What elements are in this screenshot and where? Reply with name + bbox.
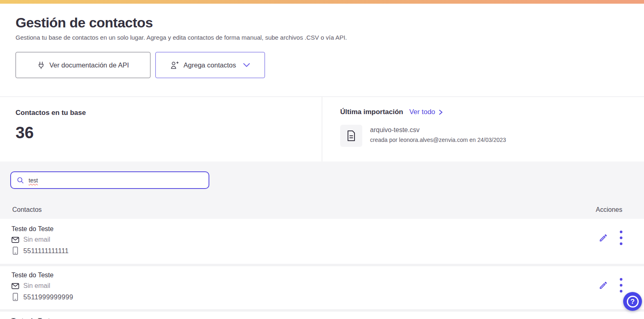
table-header-actions: Acciones <box>596 206 622 213</box>
toolbar: Ver documentación de API Agrega contacto… <box>16 52 644 78</box>
smartphone-icon <box>11 293 19 301</box>
contact-name: Teste do Teste <box>11 317 644 319</box>
add-contacts-button[interactable]: Agrega contactos <box>155 52 265 78</box>
import-file-name: arquivo-teste.csv <box>370 126 506 134</box>
chevron-right-icon <box>438 109 443 115</box>
page-header: Gestión de contactos Gestiona tu base de… <box>0 4 644 41</box>
help-button[interactable]: ? <box>623 292 642 311</box>
search-input-value: test <box>29 177 38 184</box>
import-file-meta: creada por leonora.alves@zenvia.com en 2… <box>370 137 506 143</box>
contacts-count-panel: Contactos en tu base 36 <box>0 97 322 162</box>
contact-phone: 5511999999999 <box>23 293 73 301</box>
table-header-contacts: Contactos <box>12 206 42 213</box>
edit-contact-button[interactable] <box>598 232 609 243</box>
mail-icon <box>11 237 19 243</box>
last-import-title: Última importación <box>340 108 403 116</box>
edit-contact-button[interactable] <box>598 280 609 291</box>
view-api-docs-button[interactable]: Ver documentación de API <box>16 52 150 78</box>
contacts-count-value: 36 <box>16 124 322 142</box>
mail-icon <box>11 283 19 289</box>
user-plus-icon <box>170 61 179 70</box>
pencil-icon <box>599 233 608 243</box>
contact-name: Teste do Teste <box>11 272 644 279</box>
kebab-menu-icon <box>619 278 623 293</box>
contact-phone: 5511111111111 <box>23 247 69 255</box>
question-mark-icon: ? <box>627 296 639 308</box>
contacts-count-label: Contactos en tu base <box>16 109 322 117</box>
page-title: Gestión de contactos <box>16 15 628 30</box>
page-subtitle: Gestiona tu base de contactos en un solo… <box>16 34 628 41</box>
file-icon <box>340 125 362 147</box>
contact-name: Teste do Teste <box>11 225 644 233</box>
plug-icon <box>37 61 45 70</box>
chevron-down-icon <box>243 63 250 67</box>
filter-band: test Contactos Acciones <box>0 162 644 219</box>
search-input[interactable]: test <box>10 171 209 189</box>
contact-row[interactable]: Teste do Teste <box>0 312 644 319</box>
contact-row[interactable]: Teste do Teste Sin email 5511111111111 <box>0 219 644 264</box>
contacts-management-page: Gestión de contactos Gestiona tu base de… <box>0 0 644 319</box>
top-gradient-bar <box>0 0 644 4</box>
contact-row[interactable]: Teste do Teste Sin email 5511999999999 <box>0 266 644 309</box>
last-import-item[interactable]: arquivo-teste.csv creada por leonora.alv… <box>340 125 644 147</box>
view-api-docs-label: Ver documentación de API <box>49 61 129 69</box>
pencil-icon <box>599 281 608 290</box>
contact-email: Sin email <box>23 282 50 290</box>
search-icon <box>17 177 24 184</box>
kebab-menu-icon <box>619 230 623 245</box>
smartphone-icon <box>11 247 19 255</box>
view-all-link[interactable]: Ver todo <box>409 108 443 116</box>
more-actions-button[interactable] <box>619 277 624 294</box>
add-contacts-label: Agrega contactos <box>184 61 236 69</box>
last-import-panel: Última importación Ver todo <box>322 97 644 162</box>
view-all-label: Ver todo <box>409 108 435 116</box>
more-actions-button[interactable] <box>619 229 624 246</box>
stats-band: Contactos en tu base 36 Última importaci… <box>0 97 644 162</box>
contact-email: Sin email <box>23 236 50 243</box>
